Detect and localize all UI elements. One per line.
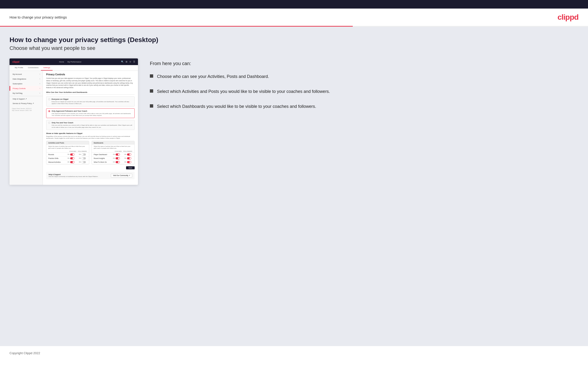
drills-follower-on-label: ON — [79, 158, 81, 159]
pd-coach-switch[interactable] — [116, 153, 120, 156]
what-to-work-toggles: ON ON — [112, 161, 132, 163]
rounds-coach-toggle[interactable]: ON — [66, 153, 76, 156]
bullets-header: From here you can: — [150, 61, 579, 66]
nav-link-performance[interactable]: My Performance — [68, 61, 82, 63]
bullet-item-3: Select which Dashboards you would like t… — [150, 103, 579, 110]
tab-settings[interactable]: Settings — [41, 65, 52, 71]
what-to-work-coach-toggle[interactable]: ON — [112, 161, 121, 163]
radio-everyone-desc: Everyone on Clippd can search for you an… — [52, 101, 132, 105]
toggle-section: Show or hide specific features in Clippd… — [46, 132, 135, 169]
help-section: Help & Support Visit the Clippd communit… — [46, 172, 135, 179]
main-content: How to change your privacy settings (Des… — [0, 27, 588, 346]
manual-label: Manual Activities — [48, 161, 61, 163]
manual-coach-switch[interactable] — [70, 161, 74, 163]
radio-everyone-label: Everyone on Clippd — [52, 98, 132, 100]
help-desc: Visit the Clippd community to troublesho… — [49, 176, 98, 177]
toggle-row-rounds: Rounds ON ON — [46, 153, 89, 157]
rounds-coach-on-label: ON — [67, 154, 69, 155]
pd-coach-on-label: ON — [113, 154, 115, 155]
sidebar-item-subscription[interactable]: Subscription — [9, 81, 43, 86]
drills-coach-switch[interactable] — [70, 157, 74, 159]
panel-description: Control how you and your data appears to… — [46, 77, 135, 89]
toggle-row-player-dashboard: Player Dashboard ON ON — [92, 153, 134, 157]
ww-coach-switch[interactable] — [116, 161, 120, 163]
sidebar-item-account[interactable]: My Account — [9, 72, 43, 76]
tab-my-profile[interactable]: My Profile — [12, 65, 26, 71]
sidebar-item-golf-bag[interactable]: My Golf Bag — [9, 91, 43, 95]
radio-followers[interactable]: Only Approved Followers and Your Coach O… — [46, 108, 135, 118]
circle-icon[interactable]: ⊙ — [130, 61, 131, 63]
ri-follower-switch[interactable] — [127, 157, 131, 159]
what-to-work-follower-toggle[interactable]: ON — [123, 161, 132, 163]
round-insights-toggles: ON ON — [112, 157, 132, 159]
app-main-panel: Privacy Controls Control how you and you… — [43, 71, 138, 185]
app-nav-logo: clippd — [12, 61, 19, 63]
show-hide-title: Show or hide specific features in Clippd — [46, 132, 135, 134]
sidebar-version: Clippd Client Version: 2022.8.2SQL Serve… — [9, 106, 43, 114]
sidebar-item-policy[interactable]: Service & Privacy Policy ↗ — [9, 101, 43, 106]
visit-community-button[interactable]: Visit Our Community ↗ — [111, 174, 132, 177]
app-screenshot: clippd Home My Performance 🔍 ⊞ ⊙ ☰ My Pr… — [9, 58, 138, 185]
app-body: My Account Data Integrations Subscriptio… — [9, 71, 138, 185]
dashboards-table-desc: Select the types of activity that you'd … — [92, 145, 134, 150]
nav-link-home[interactable]: Home — [59, 61, 64, 63]
app-nav-icons: 🔍 ⊞ ⊙ ☰ — [121, 61, 135, 63]
tab-connections[interactable]: Connections — [26, 65, 41, 71]
app-tabs: My Profile Connections Settings — [9, 65, 138, 71]
what-to-work-label: What To Work On — [94, 161, 107, 163]
bullet-text-1: Choose who can see your Activities, Post… — [157, 73, 269, 80]
pd-follower-on-label: ON — [124, 154, 126, 155]
bullet-square-2 — [150, 89, 153, 93]
ri-coach-on-label: ON — [113, 158, 115, 159]
page-heading: How to change your privacy settings (Des… — [9, 36, 579, 44]
player-dashboard-follower-toggle[interactable]: ON — [123, 153, 132, 156]
content-columns: clippd Home My Performance 🔍 ⊞ ⊙ ☰ My Pr… — [9, 58, 579, 185]
header: How to change your privacy settings clip… — [0, 8, 588, 26]
radio-everyone[interactable]: Everyone on Clippd Everyone on Clippd ca… — [46, 96, 135, 106]
rounds-follower-toggle[interactable]: ON — [78, 153, 87, 156]
drills-coach-on-label: ON — [67, 158, 69, 159]
page-subheading: Choose what you want people to see — [9, 45, 579, 51]
radio-everyone-content: Everyone on Clippd Everyone on Clippd ca… — [52, 98, 132, 105]
bullet-item-1: Choose who can see your Activities, Post… — [150, 73, 579, 80]
drills-follower-switch[interactable] — [82, 157, 86, 159]
ww-follower-switch[interactable] — [127, 161, 131, 163]
rounds-coach-switch[interactable] — [70, 153, 74, 156]
bullet-square-1 — [150, 74, 153, 78]
rounds-label: Rounds — [48, 154, 54, 155]
ri-coach-switch[interactable] — [116, 157, 120, 159]
drills-coach-toggle[interactable]: ON — [66, 157, 76, 159]
radio-coach-only[interactable]: Only You and Your Coach Only you and the… — [46, 120, 135, 130]
player-dashboard-label: Player Dashboard — [94, 154, 107, 155]
save-button[interactable]: Save — [126, 166, 135, 169]
search-icon[interactable]: 🔍 — [121, 61, 124, 63]
toggle-row-manual: Manual Activities ON ON — [46, 160, 89, 164]
drills-follower-toggle[interactable]: ON — [78, 157, 87, 159]
toggle-row-what-to-work: What To Work On ON ON — [92, 160, 134, 164]
manual-follower-toggle[interactable]: ON — [78, 161, 87, 163]
sidebar-item-data-integrations[interactable]: Data Integrations — [9, 76, 43, 81]
manual-coach-on-label: ON — [67, 161, 69, 163]
dashboards-followers-header: FOLLOWERS — [123, 150, 132, 152]
round-insights-follower-toggle[interactable]: ON — [123, 157, 132, 159]
menu-icon[interactable]: ☰ — [133, 61, 135, 63]
pd-follower-switch[interactable] — [127, 153, 131, 156]
radio-followers-desc: Only approved followers and coaches you … — [52, 113, 132, 117]
grid-icon[interactable]: ⊞ — [126, 61, 128, 63]
save-button-row: Save — [46, 166, 135, 169]
show-hide-desc: Regardless of the privacy controls that … — [46, 135, 135, 139]
manual-follower-switch[interactable] — [82, 161, 86, 163]
bullet-text-2: Select which Activities and Posts you wo… — [157, 88, 330, 95]
radio-coach-content: Only You and Your Coach Only you and the… — [52, 122, 132, 128]
who-can-see-title: Who Can See Your Activities and Dashboar… — [46, 91, 135, 94]
player-dashboard-coach-toggle[interactable]: ON — [112, 153, 121, 156]
rounds-follower-switch[interactable] — [82, 153, 86, 156]
sidebar-item-help[interactable]: Help & Support ↗ — [9, 97, 43, 101]
sidebar-item-privacy-controls[interactable]: Privacy Controls — [9, 86, 43, 91]
screenshot-column: clippd Home My Performance 🔍 ⊞ ⊙ ☰ My Pr… — [9, 58, 138, 185]
rounds-toggles: ON ON — [66, 153, 87, 156]
top-bar — [0, 0, 588, 8]
round-insights-coach-toggle[interactable]: ON — [112, 157, 121, 159]
manual-coach-toggle[interactable]: ON — [66, 161, 76, 163]
activities-table-desc: Select the types of activity that you'd … — [46, 145, 89, 150]
